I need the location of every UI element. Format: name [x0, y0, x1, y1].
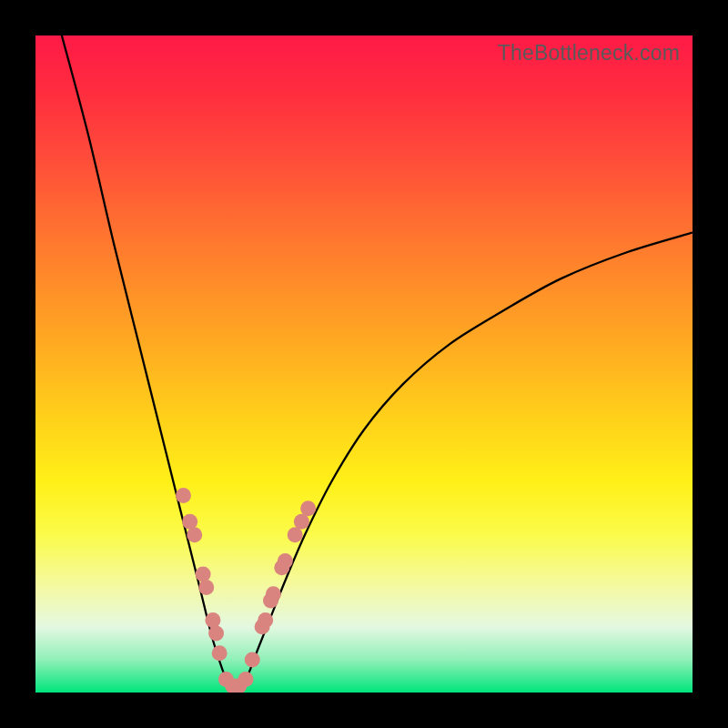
- data-marker: [198, 580, 214, 595]
- data-marker: [176, 488, 191, 503]
- data-marker: [288, 527, 303, 542]
- data-marker: [208, 626, 224, 642]
- data-marker: [258, 612, 273, 628]
- data-marker: [300, 500, 316, 516]
- plot-area: TheBottleneck.com: [35, 35, 693, 693]
- chart-frame: TheBottleneck.com: [0, 0, 728, 728]
- data-marker: [205, 612, 220, 628]
- curve-right-branch: [233, 233, 693, 693]
- data-marker: [212, 645, 228, 661]
- data-marker: [187, 527, 202, 542]
- data-marker: [245, 652, 260, 667]
- data-marker: [182, 514, 197, 530]
- data-marker: [294, 514, 309, 530]
- curve-layer: [35, 35, 693, 693]
- data-marker: [278, 553, 293, 569]
- data-marker: [196, 567, 211, 582]
- data-marker: [238, 672, 254, 687]
- data-marker: [266, 586, 281, 602]
